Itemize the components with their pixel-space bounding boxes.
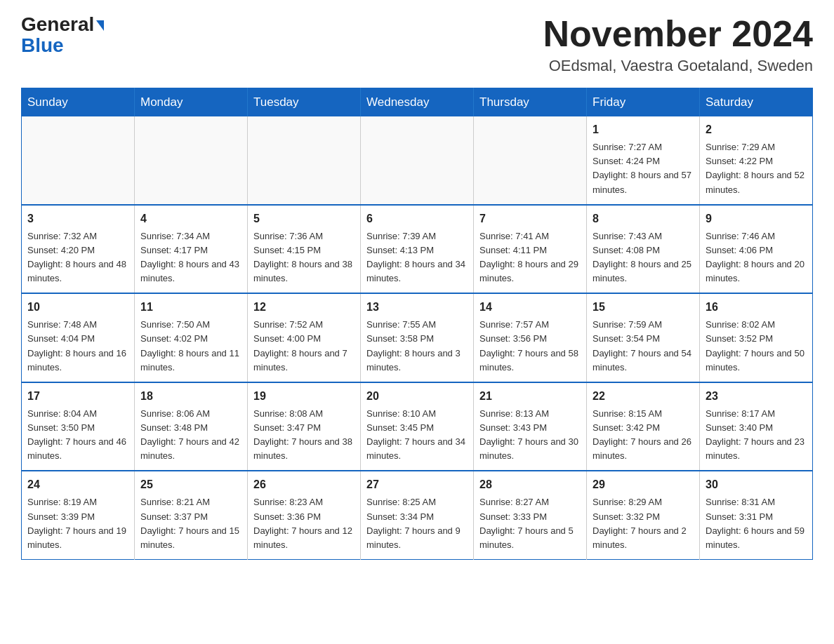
day-number: 20 [366,388,468,405]
calendar-cell [248,116,361,205]
calendar-week-row: 10Sunrise: 7:48 AM Sunset: 4:04 PM Dayli… [22,293,813,382]
day-number: 19 [253,388,355,405]
day-info: Sunrise: 7:48 AM Sunset: 4:04 PM Dayligh… [27,318,128,375]
day-number: 16 [706,299,807,316]
calendar-cell: 20Sunrise: 8:10 AM Sunset: 3:45 PM Dayli… [361,382,474,471]
day-info: Sunrise: 7:41 AM Sunset: 4:11 PM Dayligh… [479,229,581,286]
day-info: Sunrise: 7:46 AM Sunset: 4:06 PM Dayligh… [706,229,807,286]
day-number: 28 [479,476,581,493]
day-number: 10 [27,299,128,316]
calendar-cell: 22Sunrise: 8:15 AM Sunset: 3:42 PM Dayli… [587,382,700,471]
calendar-cell: 6Sunrise: 7:39 AM Sunset: 4:13 PM Daylig… [361,205,474,294]
day-info: Sunrise: 8:13 AM Sunset: 3:43 PM Dayligh… [479,407,581,464]
day-number: 15 [593,299,694,316]
day-info: Sunrise: 8:06 AM Sunset: 3:48 PM Dayligh… [140,407,241,464]
calendar-cell [135,116,248,205]
day-number: 8 [593,210,694,227]
weekday-header-thursday: Thursday [474,88,587,117]
calendar-cell: 16Sunrise: 8:02 AM Sunset: 3:52 PM Dayli… [700,293,813,382]
calendar-cell [474,116,587,205]
calendar-cell: 28Sunrise: 8:27 AM Sunset: 3:33 PM Dayli… [474,471,587,559]
day-info: Sunrise: 7:57 AM Sunset: 3:56 PM Dayligh… [479,318,581,375]
day-info: Sunrise: 8:21 AM Sunset: 3:37 PM Dayligh… [140,495,241,552]
title-area: November 2024 OEdsmal, Vaestra Goetaland… [543,14,813,75]
day-info: Sunrise: 7:52 AM Sunset: 4:00 PM Dayligh… [253,318,355,375]
day-number: 18 [140,388,241,405]
day-info: Sunrise: 8:31 AM Sunset: 3:31 PM Dayligh… [706,495,807,552]
day-number: 1 [593,121,694,138]
day-info: Sunrise: 8:29 AM Sunset: 3:32 PM Dayligh… [593,495,694,552]
calendar-cell: 19Sunrise: 8:08 AM Sunset: 3:47 PM Dayli… [248,382,361,471]
day-number: 14 [479,299,581,316]
calendar-cell: 11Sunrise: 7:50 AM Sunset: 4:02 PM Dayli… [135,293,248,382]
weekday-header-tuesday: Tuesday [248,88,361,117]
calendar-cell: 18Sunrise: 8:06 AM Sunset: 3:48 PM Dayli… [135,382,248,471]
day-info: Sunrise: 7:39 AM Sunset: 4:13 PM Dayligh… [366,229,468,286]
day-info: Sunrise: 8:27 AM Sunset: 3:33 PM Dayligh… [479,495,581,552]
day-info: Sunrise: 7:43 AM Sunset: 4:08 PM Dayligh… [593,229,694,286]
calendar-cell [22,116,135,205]
day-number: 17 [27,388,128,405]
day-info: Sunrise: 8:10 AM Sunset: 3:45 PM Dayligh… [366,407,468,464]
weekday-header-wednesday: Wednesday [361,88,474,117]
day-info: Sunrise: 8:02 AM Sunset: 3:52 PM Dayligh… [706,318,807,375]
weekday-header-friday: Friday [587,88,700,117]
logo: General Blue [21,14,104,57]
calendar-cell: 12Sunrise: 7:52 AM Sunset: 4:00 PM Dayli… [248,293,361,382]
logo-line1: General [21,14,104,36]
weekday-header-sunday: Sunday [22,88,135,117]
calendar-cell: 9Sunrise: 7:46 AM Sunset: 4:06 PM Daylig… [700,205,813,294]
day-info: Sunrise: 8:25 AM Sunset: 3:34 PM Dayligh… [366,495,468,552]
day-info: Sunrise: 8:19 AM Sunset: 3:39 PM Dayligh… [27,495,128,552]
calendar-week-row: 1Sunrise: 7:27 AM Sunset: 4:24 PM Daylig… [22,116,813,205]
day-info: Sunrise: 8:08 AM Sunset: 3:47 PM Dayligh… [253,407,355,464]
weekday-header-monday: Monday [135,88,248,117]
calendar-cell: 7Sunrise: 7:41 AM Sunset: 4:11 PM Daylig… [474,205,587,294]
day-number: 22 [593,388,694,405]
day-number: 21 [479,388,581,405]
day-number: 11 [140,299,241,316]
day-info: Sunrise: 7:36 AM Sunset: 4:15 PM Dayligh… [253,229,355,286]
day-number: 12 [253,299,355,316]
calendar-cell: 30Sunrise: 8:31 AM Sunset: 3:31 PM Dayli… [700,471,813,559]
day-info: Sunrise: 7:55 AM Sunset: 3:58 PM Dayligh… [366,318,468,375]
calendar-cell: 10Sunrise: 7:48 AM Sunset: 4:04 PM Dayli… [22,293,135,382]
day-info: Sunrise: 8:04 AM Sunset: 3:50 PM Dayligh… [27,407,128,464]
day-info: Sunrise: 8:15 AM Sunset: 3:42 PM Dayligh… [593,407,694,464]
main-title: November 2024 [543,14,813,54]
day-number: 5 [253,210,355,227]
calendar-cell: 8Sunrise: 7:43 AM Sunset: 4:08 PM Daylig… [587,205,700,294]
calendar-table: SundayMondayTuesdayWednesdayThursdayFrid… [21,88,813,560]
day-info: Sunrise: 7:32 AM Sunset: 4:20 PM Dayligh… [27,229,128,286]
calendar-week-row: 3Sunrise: 7:32 AM Sunset: 4:20 PM Daylig… [22,205,813,294]
day-number: 3 [27,210,128,227]
weekday-header-saturday: Saturday [700,88,813,117]
day-info: Sunrise: 8:17 AM Sunset: 3:40 PM Dayligh… [706,407,807,464]
calendar-cell: 15Sunrise: 7:59 AM Sunset: 3:54 PM Dayli… [587,293,700,382]
day-number: 29 [593,476,694,493]
day-number: 24 [27,476,128,493]
calendar-cell: 13Sunrise: 7:55 AM Sunset: 3:58 PM Dayli… [361,293,474,382]
day-number: 9 [706,210,807,227]
calendar-week-row: 17Sunrise: 8:04 AM Sunset: 3:50 PM Dayli… [22,382,813,471]
day-info: Sunrise: 7:34 AM Sunset: 4:17 PM Dayligh… [140,229,241,286]
day-number: 27 [366,476,468,493]
calendar-cell: 27Sunrise: 8:25 AM Sunset: 3:34 PM Dayli… [361,471,474,559]
calendar-header-row: SundayMondayTuesdayWednesdayThursdayFrid… [22,88,813,117]
day-number: 4 [140,210,241,227]
subtitle: OEdsmal, Vaestra Goetaland, Sweden [543,57,813,75]
calendar-cell: 17Sunrise: 8:04 AM Sunset: 3:50 PM Dayli… [22,382,135,471]
calendar-cell: 3Sunrise: 7:32 AM Sunset: 4:20 PM Daylig… [22,205,135,294]
page-header: General Blue November 2024 OEdsmal, Vaes… [21,14,813,75]
day-number: 7 [479,210,581,227]
calendar-cell: 1Sunrise: 7:27 AM Sunset: 4:24 PM Daylig… [587,116,700,205]
day-number: 6 [366,210,468,227]
day-info: Sunrise: 7:29 AM Sunset: 4:22 PM Dayligh… [706,140,807,197]
calendar-cell: 24Sunrise: 8:19 AM Sunset: 3:39 PM Dayli… [22,471,135,559]
calendar-cell: 5Sunrise: 7:36 AM Sunset: 4:15 PM Daylig… [248,205,361,294]
calendar-cell: 4Sunrise: 7:34 AM Sunset: 4:17 PM Daylig… [135,205,248,294]
day-number: 30 [706,476,807,493]
calendar-cell: 21Sunrise: 8:13 AM Sunset: 3:43 PM Dayli… [474,382,587,471]
day-number: 2 [706,121,807,138]
logo-line2: Blue [21,34,64,57]
